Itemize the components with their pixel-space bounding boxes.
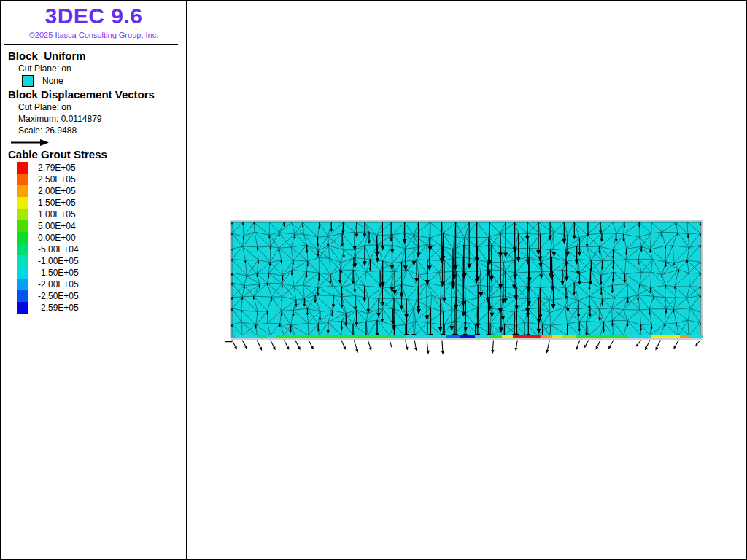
legend-value-label: -2.00E+05 bbox=[38, 279, 79, 289]
cable-grout-heading: Cable Grout Stress bbox=[8, 148, 186, 160]
block-color-swatch bbox=[22, 75, 34, 87]
block-uniform-cutplane: Cut Plane: on bbox=[18, 63, 186, 74]
legend-row: 2.00E+05 bbox=[17, 185, 186, 197]
legend-color-swatch bbox=[17, 290, 28, 302]
displacement-heading: Block Displacement Vectors bbox=[8, 88, 186, 101]
legend-row: -2.50E+05 bbox=[17, 290, 186, 302]
legend-value-label: 2.50E+05 bbox=[38, 174, 76, 184]
legend-value-label: 2.79E+05 bbox=[38, 163, 76, 173]
block-uniform-swatch-row: None bbox=[22, 75, 186, 87]
legend-row: -5.00E+04 bbox=[17, 244, 186, 255]
cable-grout-legend: 2.79E+052.50E+052.00E+051.50E+051.00E+05… bbox=[17, 162, 186, 314]
legend-value-label: 2.00E+05 bbox=[38, 186, 76, 196]
legend-color-swatch bbox=[17, 255, 28, 267]
legend-color-swatch bbox=[17, 220, 28, 232]
legend-color-swatch bbox=[17, 209, 28, 220]
legend-row: 2.50E+05 bbox=[17, 174, 186, 185]
legend-row: 5.00E+04 bbox=[17, 220, 186, 232]
legend-color-swatch bbox=[17, 279, 28, 290]
legend-value-label: 1.50E+05 bbox=[38, 198, 76, 208]
legend-row: 0.00E+00 bbox=[17, 232, 186, 244]
model-scene-svg bbox=[187, 1, 746, 559]
legend-value-label: -1.00E+05 bbox=[38, 256, 79, 266]
legend-color-swatch bbox=[17, 232, 28, 244]
legend-value-label: 0.00E+00 bbox=[38, 233, 76, 243]
legend-row: 2.79E+05 bbox=[17, 162, 186, 174]
copyright-text: ©2025 Itasca Consulting Group, Inc. bbox=[1, 31, 186, 39]
model-viewport[interactable] bbox=[187, 1, 746, 559]
block-uniform-heading: Block Uniform bbox=[8, 50, 186, 62]
app-title: 3DEC 9.6 bbox=[1, 4, 186, 28]
legend-color-swatch bbox=[17, 302, 28, 314]
legend-color-swatch bbox=[17, 244, 28, 255]
legend-value-label: 5.00E+04 bbox=[38, 221, 76, 231]
displacement-scale: Scale: 26.9488 bbox=[18, 125, 186, 136]
legend-value-label: -1.50E+05 bbox=[38, 268, 79, 278]
displacement-cutplane: Cut Plane: on bbox=[18, 102, 186, 112]
legend-color-swatch bbox=[17, 267, 28, 279]
displacement-maximum: Maximum: 0.0114879 bbox=[18, 114, 186, 124]
vector-scale-arrow-icon bbox=[10, 138, 50, 147]
legend-sections: Block Uniform Cut Plane: on None Block D… bbox=[1, 48, 186, 314]
separator-line bbox=[4, 44, 178, 45]
legend-value-label: -2.50E+05 bbox=[38, 291, 79, 301]
legend-color-swatch bbox=[17, 174, 28, 185]
legend-value-label: 1.00E+05 bbox=[38, 209, 76, 219]
app-window: 3DEC 9.6 ©2025 Itasca Consulting Group, … bbox=[0, 0, 747, 560]
legend-row: 1.50E+05 bbox=[17, 197, 186, 209]
legend-row: -2.00E+05 bbox=[17, 279, 186, 290]
legend-value-label: -5.00E+04 bbox=[38, 244, 79, 254]
legend-sidebar: 3DEC 9.6 ©2025 Itasca Consulting Group, … bbox=[1, 1, 187, 559]
legend-color-swatch bbox=[17, 185, 28, 197]
legend-row: 1.00E+05 bbox=[17, 209, 186, 220]
legend-row: -1.50E+05 bbox=[17, 267, 186, 279]
legend-row: -2.59E+05 bbox=[17, 302, 186, 314]
legend-row: -1.00E+05 bbox=[17, 255, 186, 267]
legend-value-label: -2.59E+05 bbox=[38, 303, 79, 313]
block-color-label: None bbox=[42, 76, 63, 86]
legend-color-swatch bbox=[17, 162, 28, 174]
legend-color-swatch bbox=[17, 197, 28, 209]
